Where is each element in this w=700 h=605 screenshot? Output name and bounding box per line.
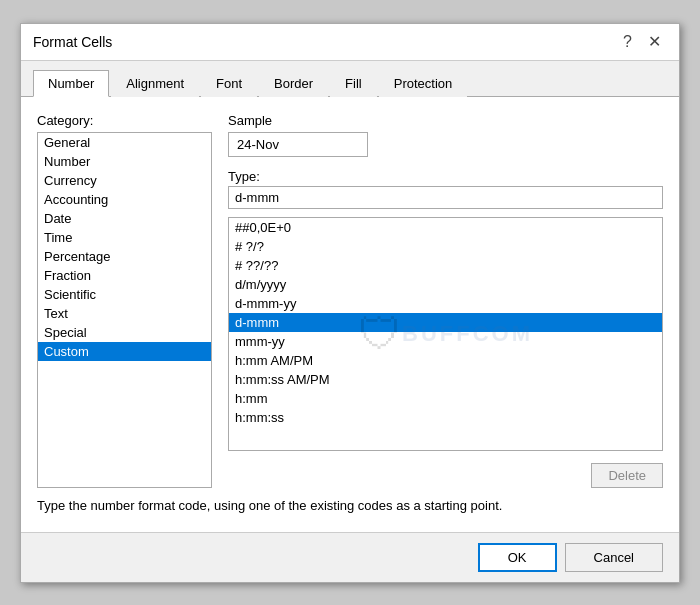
format-cells-dialog: Format Cells ? ✕ Number Alignment Font B… — [20, 23, 680, 583]
category-panel: Category: GeneralNumberCurrencyAccountin… — [37, 113, 212, 489]
type-input[interactable] — [228, 186, 663, 209]
sample-label: Sample — [228, 113, 663, 128]
category-list[interactable]: GeneralNumberCurrencyAccountingDateTimeP… — [37, 132, 212, 489]
format-item-fmt10[interactable]: h:mm — [229, 389, 662, 408]
category-item-fraction[interactable]: Fraction — [38, 266, 211, 285]
format-item-fmt5[interactable]: d-mmm-yy — [229, 294, 662, 313]
close-button[interactable]: ✕ — [642, 32, 667, 52]
tab-border[interactable]: Border — [259, 70, 328, 97]
category-item-number[interactable]: Number — [38, 152, 211, 171]
help-button[interactable]: ? — [617, 32, 638, 52]
type-label: Type: — [228, 169, 663, 184]
category-item-time[interactable]: Time — [38, 228, 211, 247]
tab-fill[interactable]: Fill — [330, 70, 377, 97]
cancel-button[interactable]: Cancel — [565, 543, 663, 572]
category-item-scientific[interactable]: Scientific — [38, 285, 211, 304]
format-item-fmt6[interactable]: d-mmm — [229, 313, 662, 332]
dialog-body: Category: GeneralNumberCurrencyAccountin… — [21, 97, 679, 532]
title-bar-controls: ? ✕ — [617, 32, 667, 52]
format-item-fmt2[interactable]: # ?/? — [229, 237, 662, 256]
dialog-title: Format Cells — [33, 34, 112, 50]
category-label: Category: — [37, 113, 212, 128]
category-item-currency[interactable]: Currency — [38, 171, 211, 190]
format-list[interactable]: 🛡 BUFFCOM ##0,0E+0# ?/?# ??/??d/m/yyyyd-… — [228, 217, 663, 452]
tab-number[interactable]: Number — [33, 70, 109, 97]
format-item-fmt8[interactable]: h:mm AM/PM — [229, 351, 662, 370]
format-item-fmt11[interactable]: h:mm:ss — [229, 408, 662, 427]
tabs-bar: Number Alignment Font Border Fill Protec… — [21, 61, 679, 97]
category-item-percentage[interactable]: Percentage — [38, 247, 211, 266]
format-item-fmt9[interactable]: h:mm:ss AM/PM — [229, 370, 662, 389]
category-item-text[interactable]: Text — [38, 304, 211, 323]
delete-button: Delete — [591, 463, 663, 488]
format-item-fmt4[interactable]: d/m/yyyy — [229, 275, 662, 294]
right-panel: Sample 24-Nov Type: 🛡 BUFFCOM ##0,0E+0# … — [228, 113, 663, 489]
tab-font[interactable]: Font — [201, 70, 257, 97]
dialog-footer: OK Cancel — [21, 532, 679, 582]
category-item-accounting[interactable]: Accounting — [38, 190, 211, 209]
category-item-custom[interactable]: Custom — [38, 342, 211, 361]
tab-protection[interactable]: Protection — [379, 70, 468, 97]
title-bar: Format Cells ? ✕ — [21, 24, 679, 61]
delete-row: Delete — [228, 463, 663, 488]
hint-text: Type the number format code, using one o… — [37, 496, 663, 516]
category-item-special[interactable]: Special — [38, 323, 211, 342]
format-item-fmt3[interactable]: # ??/?? — [229, 256, 662, 275]
sample-section: Sample 24-Nov — [228, 113, 663, 157]
category-item-general[interactable]: General — [38, 133, 211, 152]
type-section: Type: — [228, 165, 663, 209]
tab-alignment[interactable]: Alignment — [111, 70, 199, 97]
ok-button[interactable]: OK — [478, 543, 557, 572]
main-content: Category: GeneralNumberCurrencyAccountin… — [37, 113, 663, 489]
format-item-fmt7[interactable]: mmm-yy — [229, 332, 662, 351]
sample-value: 24-Nov — [228, 132, 368, 157]
format-item-fmt1[interactable]: ##0,0E+0 — [229, 218, 662, 237]
category-item-date[interactable]: Date — [38, 209, 211, 228]
